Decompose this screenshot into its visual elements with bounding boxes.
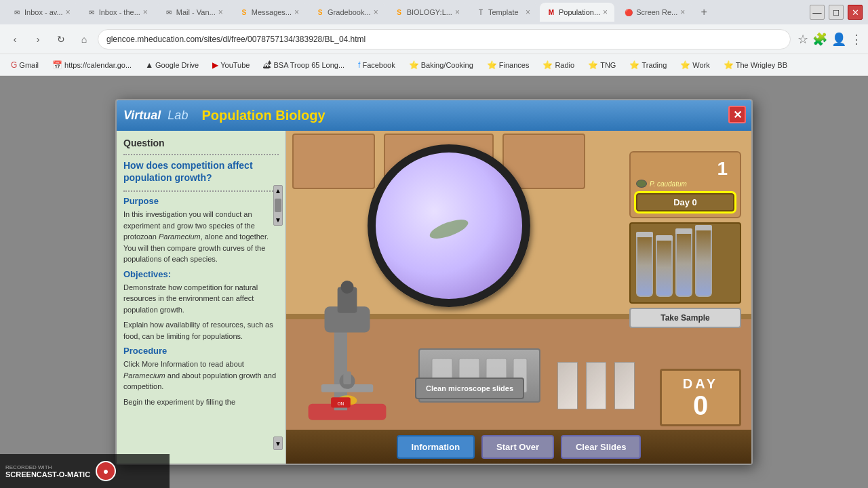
bookmark-radio[interactable]: ⭐ Radio	[537, 59, 580, 71]
tab-close-mail-van[interactable]: ×	[218, 7, 223, 17]
browser-chrome: ✉ Inbox - av... × ✉ Inbox - the... × ✉ M…	[0, 0, 868, 76]
bookmark-finances[interactable]: ⭐ Finances	[481, 59, 535, 71]
tab-close-screenrec[interactable]: ×	[680, 7, 685, 17]
tab-screenrec[interactable]: 🔴 Screen Re... ×	[617, 3, 692, 22]
watermark-text-area: RECORDED WITH SCREENCAST-O-MATIC	[5, 464, 90, 479]
address-text: glencoe.mheducation.com/sites/dl/free/00…	[106, 35, 366, 44]
tab-favicon-gradebook: S	[315, 7, 325, 17]
microscope-view	[368, 144, 530, 307]
bookmark-calendar[interactable]: 📅 https://calendar.go...	[47, 59, 137, 71]
bookmark-bsa[interactable]: 🏕 BSA Troop 65 Long...	[258, 59, 350, 71]
close-dialog-button[interactable]: ✕	[728, 106, 746, 123]
tab-favicon-mail-van: ✉	[164, 7, 174, 17]
bookmark-gmail[interactable]: G Gmail	[5, 59, 44, 71]
clean-slides-button[interactable]: Clean microscope slides	[415, 378, 524, 399]
tab-close-inbox2[interactable]: ×	[143, 7, 148, 17]
day-display[interactable]: Day 0	[636, 193, 734, 211]
tab-close-messages[interactable]: ×	[294, 7, 299, 17]
bookmark-baking[interactable]: ⭐ Baking/Cooking	[403, 59, 479, 71]
divider-line2	[123, 190, 279, 192]
day-counter-number: 0	[667, 392, 734, 419]
browser-titlebar: ✉ Inbox - av... × ✉ Inbox - the... × ✉ M…	[0, 0, 868, 24]
tab-favicon-population: M	[547, 7, 556, 17]
procedure-title: Procedure	[123, 346, 279, 356]
bookmark-star-icon[interactable]: ☆	[797, 32, 808, 47]
svg-rect-14	[343, 371, 351, 384]
start-over-button[interactable]: Start Over	[481, 435, 554, 459]
scroll-thumb[interactable]	[275, 199, 281, 212]
calendar-icon: 📅	[52, 60, 62, 70]
youtube-label: YouTube	[220, 61, 250, 69]
bookmark-drive[interactable]: ▲ Google Drive	[140, 59, 204, 71]
tab-template[interactable]: T Template ×	[469, 3, 537, 22]
tab-close-gradebook[interactable]: ×	[374, 7, 378, 17]
forward-button[interactable]: ›	[28, 30, 47, 49]
left-panel: Question How does competition affect pop…	[117, 131, 286, 464]
maximize-button[interactable]: □	[829, 5, 844, 20]
scroll-bottom-btn[interactable]: ▼	[273, 436, 283, 450]
clean-slides-btn[interactable]: Clean microscope slides	[415, 378, 524, 399]
finances-icon: ⭐	[487, 60, 497, 70]
scroll-up-arrow[interactable]: ▲	[275, 187, 281, 195]
recorded-with-text: RECORDED WITH	[5, 464, 90, 470]
take-sample-button[interactable]: Take Sample	[629, 308, 741, 328]
species-icon	[636, 180, 647, 188]
bsa-icon: 🏕	[263, 60, 271, 70]
address-bar[interactable]: glencoe.mheducation.com/sites/dl/free/00…	[98, 29, 791, 49]
tab-gradebook[interactable]: S Gradebook... ×	[309, 3, 385, 22]
slide-1	[557, 362, 578, 409]
profile-icon[interactable]: 👤	[831, 32, 846, 47]
tab-close-biology[interactable]: ×	[455, 7, 460, 17]
reload-button[interactable]: ↻	[52, 30, 71, 49]
vlab-header: Virtual Lab Population Biology ✕	[117, 100, 751, 131]
svg-text:ON: ON	[337, 401, 344, 406]
svg-rect-1	[293, 134, 374, 188]
slide-3	[614, 362, 635, 409]
tab-close-inbox1[interactable]: ×	[66, 7, 71, 17]
bookmark-tng[interactable]: ⭐ TNG	[583, 59, 621, 71]
tab-close-template[interactable]: ×	[526, 7, 530, 17]
tng-icon: ⭐	[588, 60, 598, 70]
information-button[interactable]: Information	[397, 435, 475, 459]
menu-icon[interactable]: ⋮	[850, 32, 863, 47]
bookmark-youtube[interactable]: ▶ YouTube	[207, 59, 255, 71]
tab-inbox1[interactable]: ✉ Inbox - av... ×	[5, 3, 77, 22]
procedure-text2: Begin the experiment by filling the	[123, 396, 279, 408]
clear-slides-button[interactable]: Clear Slides	[561, 435, 641, 459]
tab-messages[interactable]: S Messages... ×	[233, 3, 306, 22]
scroll-bottom-arrow[interactable]: ▼	[275, 440, 281, 447]
screencast-logo: ●	[96, 461, 116, 481]
scroll-bar[interactable]: ▲ ▼	[273, 185, 283, 226]
svg-point-11	[340, 281, 353, 293]
tab-mail-van[interactable]: ✉ Mail - Van... ×	[157, 3, 230, 22]
extensions-icon[interactable]: 🧩	[812, 32, 827, 47]
bottom-button-bar: Information Start Over Clear Slides	[286, 430, 751, 464]
objectives-title: Objectives:	[123, 269, 279, 279]
bookmarks-bar: G Gmail 📅 https://calendar.go... ▲ Googl…	[0, 54, 868, 76]
tube-2	[656, 239, 673, 297]
tab-favicon-biology: S	[395, 7, 404, 17]
tab-favicon-inbox2: ✉	[87, 7, 96, 17]
tab-inbox2[interactable]: ✉ Inbox - the... ×	[80, 3, 155, 22]
home-button[interactable]: ⌂	[75, 30, 94, 49]
slides-area	[557, 362, 635, 409]
bookmark-trading[interactable]: ⭐ Trading	[624, 59, 672, 71]
bookmark-wrigley[interactable]: ⭐ The Wrigley BB	[718, 59, 793, 71]
tube-4	[695, 229, 712, 297]
vlab-title: Population Biology	[201, 108, 325, 123]
microscope-svg: ON	[293, 281, 401, 430]
tab-biology[interactable]: S BIOLOGY:L... ×	[388, 3, 467, 22]
bookmark-work[interactable]: ⭐ Work	[675, 59, 715, 71]
bookmark-facebook[interactable]: f Facebook	[353, 59, 401, 71]
tab-population[interactable]: M Population... ×	[540, 3, 614, 22]
new-tab-button[interactable]: +	[694, 3, 713, 22]
cell-view-svg	[388, 165, 510, 287]
question-header: Question	[123, 138, 279, 148]
minimize-button[interactable]: —	[810, 5, 825, 20]
back-button[interactable]: ‹	[5, 30, 24, 49]
objective-2: Explain how availability of resources, s…	[123, 319, 279, 342]
gmail-icon: G	[11, 60, 17, 70]
close-button[interactable]: ✕	[848, 5, 863, 20]
tab-close-population[interactable]: ×	[603, 7, 608, 17]
scroll-down-arrow[interactable]: ▼	[275, 216, 281, 224]
